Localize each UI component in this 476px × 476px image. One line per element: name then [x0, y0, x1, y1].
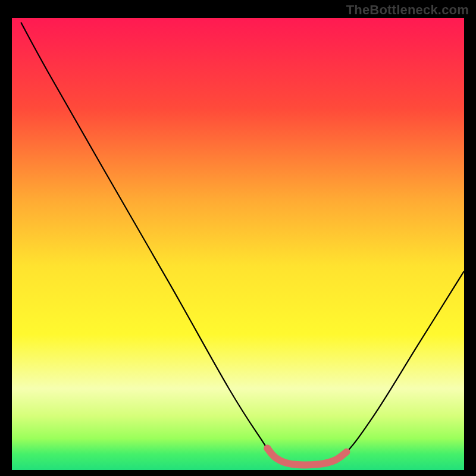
chart-stage: TheBottleneck.com [0, 0, 476, 476]
gradient-background [12, 18, 464, 470]
bottleneck-chart [0, 0, 476, 476]
watermark-text: TheBottleneck.com [346, 2, 469, 18]
highlight-dot-icon [264, 445, 271, 452]
